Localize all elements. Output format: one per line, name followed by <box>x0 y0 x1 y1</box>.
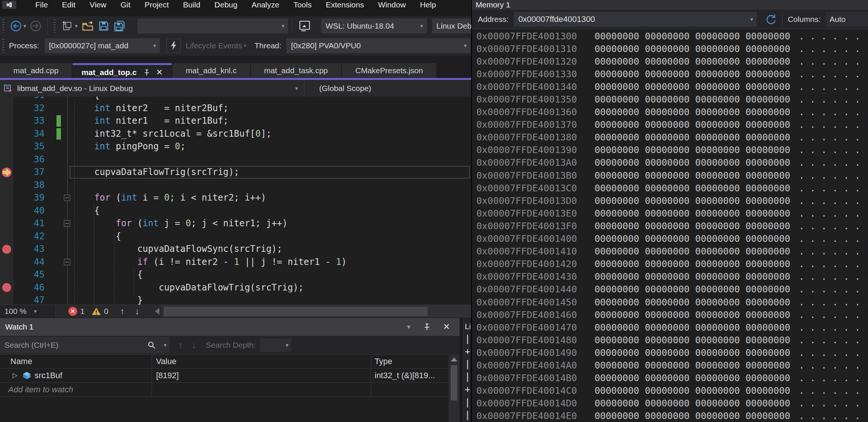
tab-close-icon[interactable]: ✕ <box>156 68 163 77</box>
memory-row[interactable]: 0x00007FFDE40014C000000000 00000000 0000… <box>472 384 868 397</box>
memory-row[interactable]: 0x00007FFDE400140000000000 00000000 0000… <box>472 233 868 245</box>
solution-configurations-combobox[interactable]: ▾ <box>137 19 288 33</box>
memory-row[interactable]: 0x00007FFDE40013E000000000 00000000 0000… <box>472 207 868 220</box>
current-statement-arrow-icon[interactable] <box>1 167 12 178</box>
debug-target-combobox[interactable]: WSL: Ubuntu-18.04 ▾ <box>321 19 427 33</box>
toolbar-drag-grip[interactable] <box>2 19 4 33</box>
search-options-caret-icon[interactable]: ▾ <box>163 342 166 348</box>
window-position-caret-icon[interactable]: ▾ <box>407 323 411 331</box>
thread-combobox[interactable]: [0x280] PVA0/VPU0 ▾ <box>286 38 470 53</box>
lifecycle-events-caret[interactable]: ▾ <box>243 42 246 49</box>
memory-row[interactable]: 0x00007FFDE400142000000000 00000000 0000… <box>472 258 868 270</box>
watch-search-box[interactable]: ▾ <box>0 337 169 353</box>
project-dropdown[interactable]: libmat_add_dev.so - Linux Debug ▾ <box>0 80 304 97</box>
code-line[interactable]: { <box>73 97 347 102</box>
memory-row[interactable]: 0x00007FFDE400146000000000 00000000 0000… <box>472 308 868 321</box>
menu-item-file[interactable]: File <box>28 0 55 10</box>
memory-row[interactable]: 0x00007FFDE40013A000000000 00000000 0000… <box>472 156 868 169</box>
process-combobox[interactable]: [0x0000027c] mat_add ▾ <box>45 38 160 53</box>
code-line[interactable] <box>73 179 347 192</box>
memory-row[interactable]: 0x00007FFDE400138000000000 00000000 0000… <box>472 131 868 144</box>
watch-row-value-cell[interactable]: [8192] <box>152 371 371 380</box>
breakpoint-icon[interactable] <box>2 245 11 254</box>
save-button[interactable] <box>96 19 111 33</box>
tab-mat_add_task.cpp[interactable]: mat_add_task.cpp <box>251 63 341 78</box>
scope-dropdown[interactable]: (Global Scope) <box>319 84 371 93</box>
code-line[interactable]: for (int i = 0; i < niter2; i++) <box>73 191 347 204</box>
breakpoint-margin[interactable] <box>0 97 13 305</box>
memory-row[interactable]: 0x00007FFDE400143000000000 00000000 0000… <box>472 270 868 283</box>
memory-rows[interactable]: 0x00007FFDE400130000000000 00000000 0000… <box>472 30 868 422</box>
address-input[interactable] <box>514 14 737 24</box>
fold-collapse-box[interactable] <box>64 220 70 227</box>
refresh-icon[interactable] <box>764 13 777 26</box>
add-item-to-watch[interactable]: Add item to watch <box>0 385 152 395</box>
memory-row[interactable]: 0x00007FFDE40013C000000000 00000000 0000… <box>472 182 868 194</box>
lifecycle-events-button[interactable] <box>166 39 181 53</box>
code-line[interactable]: int niter2 = niter2Buf; <box>73 102 347 115</box>
memory-row[interactable]: 0x00007FFDE400130000000000 00000000 0000… <box>472 30 868 42</box>
memory-row[interactable]: 0x00007FFDE400136000000000 00000000 0000… <box>472 106 868 119</box>
address-caret-icon[interactable]: ▾ <box>750 16 753 23</box>
launch-configuration-combobox[interactable]: Linux Deb <box>432 19 471 33</box>
menu-item-extensions[interactable]: Extensions <box>319 0 371 10</box>
column-divider[interactable] <box>371 354 371 397</box>
memory-row[interactable]: 0x00007FFDE400147000000000 00000000 0000… <box>472 321 868 334</box>
memory-row[interactable]: 0x00007FFDE400132000000000 00000000 0000… <box>472 55 868 68</box>
memory-row[interactable]: 0x00007FFDE400131000000000 00000000 0000… <box>472 42 868 55</box>
scroll-thumb[interactable] <box>451 365 457 400</box>
menu-item-help[interactable]: Help <box>413 0 443 10</box>
search-input[interactable] <box>0 341 141 350</box>
code-line[interactable]: int pingPong = 0; <box>73 140 347 153</box>
code-line[interactable]: int niter1 = niter1Buf; <box>73 114 347 127</box>
column-header-value[interactable]: Value <box>152 357 371 366</box>
memory-row[interactable]: 0x00007FFDE40014A000000000 00000000 0000… <box>472 359 868 371</box>
lifecycle-events-label[interactable]: Lifecycle Events <box>186 41 242 50</box>
navigate-back-button[interactable]: ▾ <box>8 19 28 33</box>
memory-row[interactable]: 0x00007FFDE400135000000000 00000000 0000… <box>472 93 868 106</box>
menu-item-view[interactable]: View <box>82 0 113 10</box>
navigate-forward-button[interactable] <box>28 19 43 33</box>
add-watch-row[interactable]: Add item to watch <box>0 383 460 397</box>
tab-mat_add_top.c[interactable]: mat_add_top.c✕ <box>72 63 172 80</box>
memory-row[interactable]: 0x00007FFDE400145000000000 00000000 0000… <box>472 296 868 308</box>
fold-collapse-box[interactable] <box>64 195 70 201</box>
back-history-caret[interactable]: ▾ <box>23 23 26 29</box>
toolbar-drag-grip[interactable] <box>2 39 4 52</box>
hscroll-left-arrow[interactable] <box>155 308 159 315</box>
error-count-icon[interactable]: ✕ <box>68 307 77 316</box>
pin-icon[interactable] <box>423 323 431 331</box>
new-project-caret[interactable]: ▾ <box>75 23 78 29</box>
new-project-button[interactable]: ▾ <box>59 19 80 33</box>
address-combobox[interactable]: ▾ <box>514 12 757 27</box>
warning-count-icon[interactable] <box>91 307 101 316</box>
memory-row[interactable]: 0x00007FFDE400141000000000 00000000 0000… <box>472 245 868 258</box>
code-line[interactable] <box>73 153 347 166</box>
menu-item-git[interactable]: Git <box>113 0 137 10</box>
menu-item-edit[interactable]: Edit <box>55 0 82 10</box>
memory-row[interactable]: 0x00007FFDE40013D000000000 00000000 0000… <box>472 194 868 207</box>
memory-row[interactable]: 0x00007FFDE40014D000000000 00000000 0000… <box>472 397 868 410</box>
breakpoint-icon[interactable] <box>2 283 11 292</box>
memory-row[interactable]: 0x00007FFDE40014E000000000 00000000 0000… <box>472 410 868 422</box>
open-file-button[interactable] <box>80 19 96 33</box>
menu-item-tools[interactable]: Tools <box>286 0 319 10</box>
startup-window-button[interactable] <box>296 19 313 33</box>
close-icon[interactable]: ✕ <box>443 322 450 332</box>
memory-row[interactable]: 0x00007FFDE400148000000000 00000000 0000… <box>472 334 868 346</box>
memory-row[interactable]: 0x00007FFDE400144000000000 00000000 0000… <box>472 283 868 296</box>
tab-CMakePresets.json[interactable]: CMakePresets.json <box>342 63 436 78</box>
code-editor[interactable]: 3132333435363738394041424344454647 { int… <box>0 97 471 305</box>
watch-panel-header[interactable]: Watch 1 ▾ ✕ <box>0 318 460 336</box>
watch-vertical-scrollbar[interactable] <box>448 354 460 422</box>
code-line[interactable]: for (int j = 0; j < niter1; j++) <box>73 217 347 230</box>
column-divider[interactable] <box>152 354 152 397</box>
columns-combobox[interactable]: Auto <box>825 12 868 27</box>
memory-row[interactable]: 0x00007FFDE400134000000000 00000000 0000… <box>472 80 868 93</box>
code-line[interactable]: int32_t* src1Local = &src1Buf[0]; <box>73 127 347 140</box>
column-header-type[interactable]: Type <box>371 357 448 366</box>
toolbar-drag-grip[interactable] <box>54 19 56 33</box>
menu-item-project[interactable]: Project <box>137 0 176 10</box>
tab-mat_add.cpp[interactable]: mat_add.cpp <box>0 63 72 78</box>
menu-item-analyze[interactable]: Analyze <box>244 0 286 10</box>
